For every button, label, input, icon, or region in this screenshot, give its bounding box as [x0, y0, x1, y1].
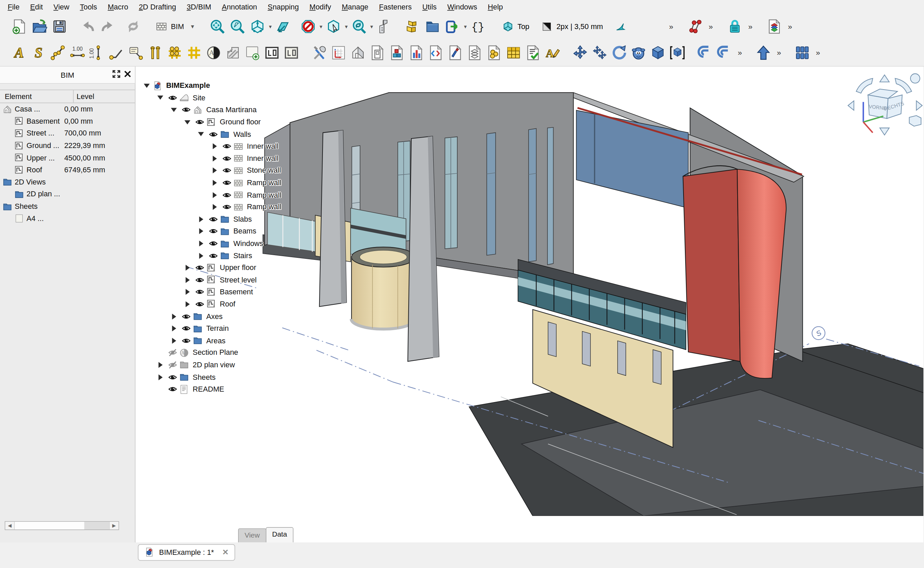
offset-button[interactable]: [695, 43, 715, 62]
tree-item-upper-floor[interactable]: Upper floor: [141, 262, 281, 274]
panel-row-ground-[interactable]: Ground ...2229,39 mm: [0, 139, 135, 152]
upgrade-button[interactable]: [754, 43, 773, 62]
toolbar-drag-handle[interactable]: [689, 44, 694, 61]
preferences-button[interactable]: [309, 43, 329, 62]
eye-visible-icon[interactable]: [220, 178, 234, 187]
working-plane-button[interactable]: [273, 17, 293, 36]
material-button[interactable]: [484, 43, 504, 62]
expander-icon[interactable]: [209, 202, 220, 212]
label-button[interactable]: [126, 43, 146, 62]
column-level[interactable]: Level: [74, 92, 94, 100]
eye-visible-icon[interactable]: [207, 215, 220, 224]
toolbar-overflow-button[interactable]: »: [734, 48, 746, 57]
document-tab[interactable]: BIMExample : 1* ✕: [138, 544, 235, 560]
rotate-button[interactable]: [609, 43, 629, 62]
tree-item-areas[interactable]: Areas: [141, 334, 281, 347]
expander-icon[interactable]: [181, 117, 193, 127]
panel-row-upper-[interactable]: Upper ...4500,00 mm: [0, 152, 135, 164]
measure-button[interactable]: [374, 17, 394, 36]
preflight-button[interactable]: [523, 43, 543, 62]
panel-float-icon[interactable]: [112, 69, 121, 79]
offset-2d-button[interactable]: [715, 43, 734, 62]
annotation-styles-button[interactable]: A: [543, 43, 562, 62]
eye-visible-icon[interactable]: [193, 117, 206, 127]
eye-visible-icon[interactable]: [220, 202, 234, 212]
eye-visible-icon[interactable]: [180, 336, 193, 345]
toolbar-overflow-button[interactable]: »: [705, 22, 717, 31]
expander-icon[interactable]: [181, 287, 193, 297]
eye-visible-icon[interactable]: [207, 227, 220, 236]
menu-3d-bim[interactable]: 3D/BIM: [181, 1, 217, 13]
eye-visible-icon[interactable]: [193, 275, 206, 285]
zoom-selection-button[interactable]: [228, 17, 247, 36]
line-style-button[interactable]: 2px | 3,50 mm: [535, 18, 609, 35]
menu-fasteners[interactable]: Fasteners: [374, 1, 417, 13]
expander-icon[interactable]: [209, 166, 220, 175]
tree-item-stairs[interactable]: Stairs: [141, 250, 281, 262]
array-button[interactable]: [793, 43, 812, 62]
ifc-elements-button[interactable]: [426, 43, 446, 62]
tree-item-stone-wall[interactable]: Stone wall: [141, 165, 281, 177]
menu-utils[interactable]: Utils: [417, 1, 442, 13]
toolbar-drag-handle[interactable]: [564, 44, 569, 61]
schedule-button[interactable]: [407, 43, 426, 62]
expander-icon[interactable]: [168, 105, 180, 115]
doors-windows-button[interactable]: [368, 43, 387, 62]
eye-visible-icon[interactable]: [193, 299, 206, 309]
expander-icon[interactable]: [209, 154, 220, 163]
bim-views-button[interactable]: [422, 17, 442, 36]
undo-button[interactable]: [78, 17, 98, 36]
tree-item-casa-martirana[interactable]: Casa Martirana: [141, 104, 281, 116]
expander-icon[interactable]: [195, 215, 207, 224]
refresh-button[interactable]: [123, 17, 143, 36]
panel-row-sheets[interactable]: Sheets: [0, 200, 135, 213]
dropdown-arrow-icon[interactable]: ▼: [344, 14, 349, 39]
expander-icon[interactable]: [168, 336, 180, 345]
column-element[interactable]: Element: [0, 90, 74, 103]
tree-item-axes[interactable]: Axes: [141, 310, 281, 322]
tree-item-windows[interactable]: Windows: [141, 237, 281, 250]
move-button[interactable]: [570, 43, 590, 62]
tree-item-inner-wall[interactable]: Inner wall: [141, 140, 281, 153]
panel-row-roof[interactable]: Roof6749,65 mm: [0, 164, 135, 176]
eye-visible-icon[interactable]: [180, 105, 193, 115]
expander-icon[interactable]: [154, 385, 166, 394]
expander-icon[interactable]: [154, 360, 166, 370]
toolbar-drag-handle[interactable]: [71, 18, 76, 35]
workbench-selector[interactable]: BIM▼: [151, 18, 199, 35]
panel-row-2d-views[interactable]: 2D Views: [0, 176, 135, 188]
toolbar-drag-handle[interactable]: [145, 18, 149, 35]
expander-icon[interactable]: [154, 93, 166, 103]
axis-button[interactable]: [146, 43, 165, 62]
vertical-dimension-button[interactable]: 1.00: [87, 43, 107, 62]
working-plane-view-button[interactable]: [329, 43, 348, 62]
toolbar-overflow-button[interactable]: »: [773, 48, 785, 57]
expander-icon[interactable]: [181, 299, 193, 309]
dropdown-arrow-icon[interactable]: ▼: [318, 14, 324, 39]
open-document-button[interactable]: [29, 17, 49, 36]
dropdown-arrow-icon[interactable]: ▼: [463, 14, 468, 39]
expander-icon[interactable]: [168, 324, 180, 333]
toolbar-drag-handle[interactable]: [3, 44, 8, 61]
toolbar-drag-handle[interactable]: [787, 44, 791, 61]
dropdown-arrow-icon[interactable]: ▼: [267, 14, 273, 39]
toolbar-overflow-button[interactable]: »: [666, 22, 677, 31]
blocks-button[interactable]: [387, 43, 407, 62]
eye-visible-icon[interactable]: [193, 263, 206, 273]
expressions-button[interactable]: {}: [468, 17, 488, 36]
eye-hidden-icon[interactable]: [166, 348, 179, 358]
panel-row-a4-[interactable]: A4 ...: [0, 213, 135, 225]
clone-button[interactable]: [629, 43, 648, 62]
tree-item-ground-floor[interactable]: Ground floor: [141, 116, 281, 128]
copy-button[interactable]: [590, 43, 610, 62]
expander-icon[interactable]: [209, 178, 220, 187]
toolbar-drag-handle[interactable]: [303, 44, 307, 61]
expander-icon[interactable]: [195, 251, 207, 260]
expander-icon[interactable]: [154, 348, 166, 358]
tab-data[interactable]: Data: [266, 527, 294, 542]
box-selection-button[interactable]: [324, 17, 344, 36]
expander-icon[interactable]: [181, 275, 193, 285]
std-views-button[interactable]: [764, 17, 784, 36]
tree-item-ramp-wall[interactable]: Ramp wall: [141, 201, 281, 213]
tree-item-ramp-wall[interactable]: Ramp wall: [141, 177, 281, 189]
